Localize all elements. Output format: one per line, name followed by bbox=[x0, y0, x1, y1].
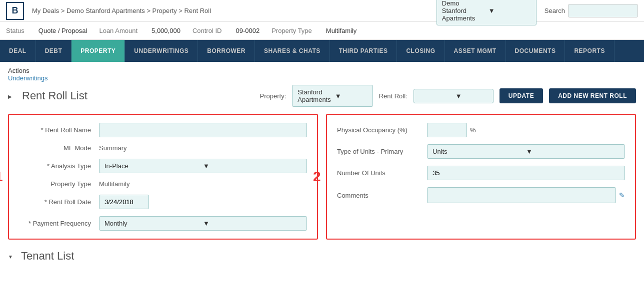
add-new-rent-roll-button[interactable]: ADD NEW RENT ROLL bbox=[549, 88, 636, 103]
nav-tabs: DEAL DEBT PROPERTY UNDERWRITINGS BORROWE… bbox=[0, 40, 644, 62]
unit-type-label: Type of Units - Primary bbox=[337, 148, 427, 155]
tab-third-parties[interactable]: THIRD PARTIES bbox=[330, 40, 398, 62]
mf-mode-value: Summary bbox=[99, 144, 127, 152]
sub-breadcrumb: Actions bbox=[8, 67, 636, 74]
num-units-label: Number Of Units bbox=[337, 169, 427, 177]
payment-frequency-row: * Payment Frequency Monthly ▼ bbox=[19, 216, 307, 231]
rent-roll-name-label: * Rent Roll Name bbox=[19, 126, 99, 134]
annotation-1: 1 bbox=[0, 169, 3, 185]
edit-icon[interactable]: ✎ bbox=[619, 191, 625, 199]
app-logo: B bbox=[6, 2, 24, 20]
rent-roll-name-row: * Rent Roll Name bbox=[19, 123, 307, 137]
analysis-type-value: In-Place bbox=[104, 162, 203, 170]
property-dropdown[interactable]: Demo Stanford Apartments ▼ bbox=[436, 0, 536, 25]
unit-type-dropdown[interactable]: Units ▼ bbox=[427, 144, 625, 159]
tab-asset-mgmt[interactable]: ASSET MGMT bbox=[445, 40, 506, 62]
rent-roll-field-label: Rent Roll: bbox=[379, 92, 408, 100]
loan-label: Loan Amount bbox=[99, 27, 138, 34]
content-area: Actions Underwritings Rent Roll List Pro… bbox=[0, 62, 644, 268]
payment-frequency-label: * Payment Frequency bbox=[19, 220, 99, 227]
num-units-input[interactable] bbox=[427, 166, 625, 180]
rent-roll-name-input[interactable] bbox=[99, 123, 307, 137]
rent-roll-toolbar: Property: Stanford Apartments ▼ Rent Rol… bbox=[260, 85, 636, 107]
chevron-down-icon: ▼ bbox=[488, 7, 531, 14]
property-selector: Demo Stanford Apartments ▼ bbox=[436, 0, 536, 25]
rent-roll-date-input[interactable] bbox=[99, 195, 149, 209]
tab-underwritings[interactable]: UNDERWRITINGS bbox=[125, 40, 198, 62]
mf-mode-label: MF Mode bbox=[19, 144, 99, 152]
payment-frequency-dropdown[interactable]: Monthly ▼ bbox=[99, 216, 307, 231]
tab-documents[interactable]: DOCUMENTS bbox=[506, 40, 566, 62]
control-value: 09-0002 bbox=[236, 27, 260, 34]
physical-occ-input[interactable] bbox=[427, 123, 467, 137]
rent-roll-date-row: * Rent Roll Date bbox=[19, 195, 307, 209]
status-label: Status bbox=[6, 27, 24, 34]
property-type-form-label: Property Type bbox=[19, 180, 99, 188]
tab-reports[interactable]: REPORTS bbox=[565, 40, 614, 62]
rent-roll-field-dropdown[interactable]: ▼ bbox=[414, 89, 494, 103]
tab-property[interactable]: PROPERTY bbox=[72, 40, 125, 62]
update-button[interactable]: UPDATE bbox=[500, 88, 543, 103]
tab-shares-chats[interactable]: SHARES & CHATS bbox=[255, 40, 330, 62]
tab-borrower[interactable]: BORROWER bbox=[198, 40, 255, 62]
breadcrumb: My Deals > Demo Stanford Apartments > Pr… bbox=[32, 7, 436, 14]
comments-input[interactable] bbox=[427, 187, 616, 203]
loan-value: 5,000,000 bbox=[152, 27, 180, 34]
rent-roll-section-header: Rent Roll List Property: Stanford Apartm… bbox=[8, 85, 636, 107]
tab-closing[interactable]: CLOSING bbox=[397, 40, 444, 62]
percent-suffix: % bbox=[470, 126, 476, 134]
property-field-dropdown[interactable]: Stanford Apartments ▼ bbox=[292, 85, 372, 107]
property-field-label: Property: bbox=[260, 92, 286, 100]
tenant-toggle-icon[interactable] bbox=[8, 252, 13, 260]
unit-type-row: Type of Units - Primary Units ▼ bbox=[337, 144, 625, 159]
analysis-type-row: * Analysis Type In-Place ▼ bbox=[19, 159, 307, 173]
rent-roll-title: Rent Roll List bbox=[22, 89, 88, 102]
comments-label: Comments bbox=[337, 192, 427, 199]
tab-debt[interactable]: DEBT bbox=[36, 40, 72, 62]
payment-frequency-value: Monthly bbox=[104, 220, 203, 227]
property-field-value: Stanford Apartments bbox=[298, 88, 330, 103]
top-bar: B My Deals > Demo Stanford Apartments > … bbox=[0, 0, 644, 22]
actions-link[interactable]: Actions bbox=[8, 67, 30, 74]
search-input[interactable] bbox=[568, 4, 638, 17]
property-type-form-value: Multifamily bbox=[99, 180, 130, 188]
unit-type-value: Units bbox=[432, 148, 526, 155]
control-label: Control ID bbox=[192, 27, 222, 34]
mf-mode-row: MF Mode Summary bbox=[19, 144, 307, 152]
analysis-type-label: * Analysis Type bbox=[19, 162, 99, 170]
tenant-list-title: Tenant List bbox=[21, 250, 74, 263]
underwritings-link-row: Underwritings bbox=[8, 74, 636, 82]
chevron-down-icon: ▼ bbox=[203, 220, 302, 227]
status-value: Quote / Proposal bbox=[38, 27, 88, 34]
right-form-box: 2 Physical Occupancy (%) % Type of Units… bbox=[326, 114, 636, 240]
num-units-row: Number Of Units bbox=[337, 166, 625, 180]
property-type-value: Multifamily bbox=[326, 27, 356, 34]
chevron-down-icon: ▼ bbox=[526, 148, 620, 155]
physical-occ-row: Physical Occupancy (%) % bbox=[337, 123, 625, 137]
physical-occ-label: Physical Occupancy (%) bbox=[337, 126, 427, 134]
property-type-row: Property Type Multifamily bbox=[19, 180, 307, 188]
property-dropdown-value: Demo Stanford Apartments bbox=[442, 0, 484, 22]
tenant-section: Tenant List bbox=[8, 250, 636, 263]
underwritings-link[interactable]: Underwritings bbox=[8, 74, 48, 82]
tab-deal[interactable]: DEAL bbox=[0, 40, 36, 62]
property-type-label: Property Type bbox=[272, 27, 312, 34]
forms-container: 1 * Rent Roll Name MF Mode Summary * Ana… bbox=[8, 114, 636, 240]
left-form-box: 1 * Rent Roll Name MF Mode Summary * Ana… bbox=[8, 114, 318, 240]
rent-roll-date-label: * Rent Roll Date bbox=[19, 198, 99, 206]
comments-row: Comments ✎ bbox=[337, 187, 625, 203]
annotation-2: 2 bbox=[313, 169, 321, 185]
analysis-type-dropdown[interactable]: In-Place ▼ bbox=[99, 159, 307, 173]
status-bar: Status Quote / Proposal Loan Amount 5,00… bbox=[0, 22, 644, 40]
rent-roll-toggle-icon[interactable] bbox=[8, 92, 12, 100]
search-label: Search bbox=[544, 7, 565, 14]
chevron-down-icon: ▼ bbox=[335, 92, 368, 100]
chevron-down-icon: ▼ bbox=[203, 162, 302, 170]
chevron-down-icon: ▼ bbox=[456, 92, 488, 100]
